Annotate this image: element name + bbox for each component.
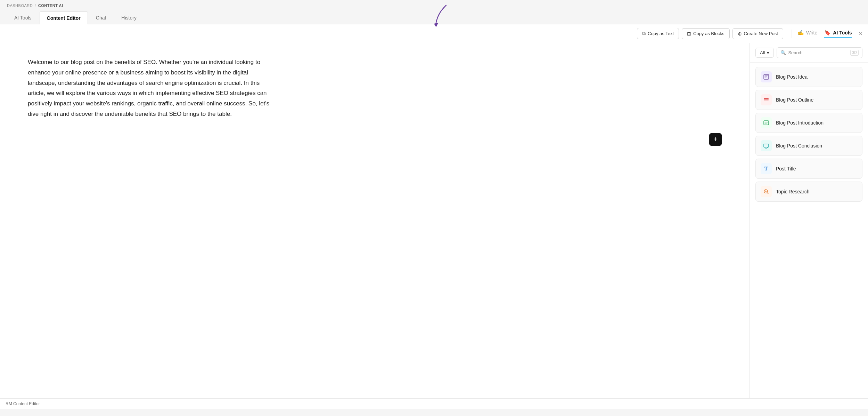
tool-list: Blog Post Idea Blog Post Outline — [750, 63, 868, 398]
filter-all-label: All — [760, 50, 765, 55]
panel-write-label: Write — [806, 30, 817, 35]
blog-post-idea-icon — [761, 71, 772, 82]
create-post-icon: ⊕ — [738, 31, 742, 37]
copy-as-blocks-button[interactable]: ⊞ Copy as Blocks — [682, 28, 730, 39]
blog-post-introduction-icon — [761, 117, 772, 128]
copy-blocks-label: Copy as Blocks — [693, 31, 724, 36]
search-box: 🔍 ⌘/ — [777, 47, 862, 58]
create-new-post-button[interactable]: ⊕ Create New Post — [732, 28, 783, 39]
editor-content: Welcome to our blog post on the benefits… — [28, 57, 278, 119]
blog-post-outline-label: Blog Post Outline — [776, 97, 813, 103]
panel-tab-write[interactable]: ✍️ Write — [797, 30, 817, 38]
search-shortcut: ⌘/ — [850, 50, 859, 56]
close-panel-button[interactable]: × — [859, 31, 862, 37]
tab-chat[interactable]: Chat — [89, 11, 114, 24]
breadcrumb-dashboard[interactable]: DASHBOARD — [7, 3, 33, 8]
svg-rect-3 — [764, 99, 769, 100]
editor-footer: RM Content Editor — [0, 398, 868, 409]
tabs-bar: AI Tools Content Editor Chat History — [0, 11, 868, 24]
breadcrumb-current: CONTENT AI — [38, 3, 63, 8]
tool-item-blog-post-outline[interactable]: Blog Post Outline — [755, 90, 862, 110]
svg-rect-5 — [764, 98, 769, 99]
toolbar-wrapper: ⧉ Copy as Text ⊞ Copy as Blocks ⊕ Create… — [0, 24, 868, 43]
content-split: Welcome to our blog post on the benefits… — [0, 43, 868, 398]
panel-ai-tools-label: AI Tools — [833, 30, 852, 35]
blog-post-outline-icon — [761, 94, 772, 105]
blog-post-conclusion-icon — [761, 140, 772, 151]
search-icon: 🔍 — [780, 50, 786, 55]
blog-post-conclusion-label: Blog Post Conclusion — [776, 143, 822, 149]
tool-item-topic-research[interactable]: Topic Research — [755, 182, 862, 202]
panel-tab-ai-tools[interactable]: 🔖 AI Tools — [824, 30, 852, 38]
filter-row: All ▾ 🔍 ⌘/ — [750, 43, 868, 63]
footer-label: RM Content Editor — [6, 401, 40, 406]
copy-text-label: Copy as Text — [648, 31, 674, 36]
copy-text-icon: ⧉ — [642, 31, 646, 37]
toolbar: ⧉ Copy as Text ⊞ Copy as Blocks ⊕ Create… — [0, 24, 868, 43]
filter-all-select[interactable]: All ▾ — [755, 48, 774, 58]
search-input[interactable] — [788, 50, 848, 55]
tool-item-blog-post-idea[interactable]: Blog Post Idea — [755, 67, 862, 87]
right-panel: All ▾ 🔍 ⌘/ — [750, 43, 868, 398]
ai-tools-icon: 🔖 — [824, 30, 831, 36]
breadcrumb-separator: / — [35, 3, 36, 8]
tool-item-blog-post-introduction[interactable]: Blog Post Introduction — [755, 113, 862, 133]
post-title-label: Post Title — [776, 166, 796, 171]
plus-button[interactable]: + — [709, 133, 722, 146]
tool-item-blog-post-conclusion[interactable]: Blog Post Conclusion — [755, 136, 862, 156]
write-icon: ✍️ — [797, 30, 804, 36]
copy-as-text-button[interactable]: ⧉ Copy as Text — [637, 28, 679, 39]
blog-post-introduction-label: Blog Post Introduction — [776, 120, 824, 126]
main-area: ⧉ Copy as Text ⊞ Copy as Blocks ⊕ Create… — [0, 24, 868, 409]
post-title-icon: T — [761, 163, 772, 174]
breadcrumb: DASHBOARD / CONTENT AI — [0, 0, 868, 11]
editor-pane: Welcome to our blog post on the benefits… — [0, 43, 750, 398]
tab-ai-tools[interactable]: AI Tools — [7, 11, 39, 24]
tab-history[interactable]: History — [114, 11, 144, 24]
tool-item-post-title[interactable]: T Post Title — [755, 159, 862, 179]
create-post-label: Create New Post — [744, 31, 778, 36]
topic-research-icon — [761, 186, 772, 197]
blog-post-idea-label: Blog Post Idea — [776, 74, 808, 80]
tab-content-editor[interactable]: Content Editor — [40, 11, 88, 24]
chevron-down-icon: ▾ — [767, 50, 769, 55]
svg-rect-4 — [764, 101, 769, 102]
copy-blocks-icon: ⊞ — [687, 31, 691, 37]
topic-research-label: Topic Research — [776, 189, 810, 194]
svg-rect-6 — [764, 121, 769, 125]
